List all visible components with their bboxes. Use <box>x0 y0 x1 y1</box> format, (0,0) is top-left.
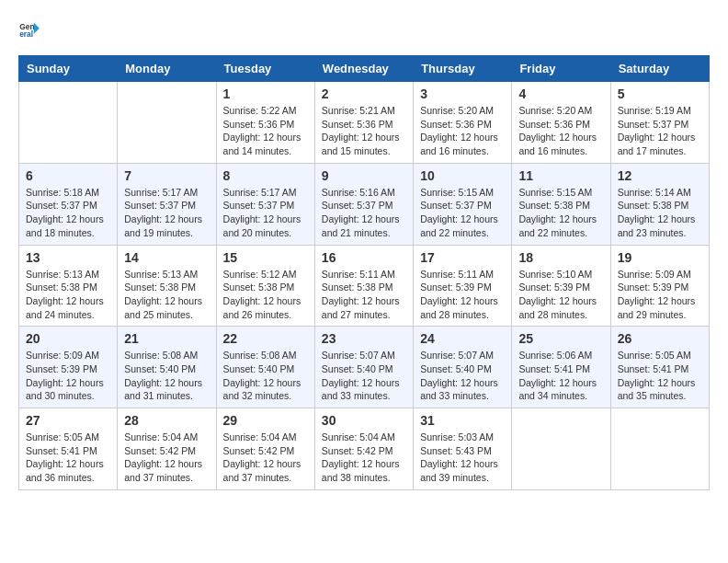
day-number: 24 <box>420 331 505 346</box>
day-number: 7 <box>124 168 209 183</box>
calendar-cell: 8Sunrise: 5:17 AMSunset: 5:37 PMDaylight… <box>216 163 314 245</box>
calendar-cell: 27Sunrise: 5:05 AMSunset: 5:41 PMDayligh… <box>19 408 118 490</box>
calendar-cell: 14Sunrise: 5:13 AMSunset: 5:38 PMDayligh… <box>118 245 216 327</box>
calendar-cell: 15Sunrise: 5:12 AMSunset: 5:38 PMDayligh… <box>216 245 314 327</box>
week-row-2: 6Sunrise: 5:18 AMSunset: 5:37 PMDaylight… <box>19 163 710 245</box>
calendar-cell: 4Sunrise: 5:20 AMSunset: 5:36 PMDaylight… <box>512 82 610 164</box>
calendar-cell: 18Sunrise: 5:10 AMSunset: 5:39 PMDayligh… <box>512 245 610 327</box>
calendar-table: SundayMondayTuesdayWednesdayThursdayFrid… <box>18 55 710 490</box>
day-info: Sunrise: 5:11 AMSunset: 5:39 PMDaylight:… <box>420 268 505 322</box>
day-number: 14 <box>124 250 209 265</box>
day-number: 29 <box>223 413 308 428</box>
day-info: Sunrise: 5:09 AMSunset: 5:39 PMDaylight:… <box>618 268 702 322</box>
calendar-cell: 13Sunrise: 5:13 AMSunset: 5:38 PMDayligh… <box>19 245 118 327</box>
day-info: Sunrise: 5:04 AMSunset: 5:42 PMDaylight:… <box>322 431 406 485</box>
calendar-cell: 19Sunrise: 5:09 AMSunset: 5:39 PMDayligh… <box>610 245 709 327</box>
day-info: Sunrise: 5:13 AMSunset: 5:38 PMDaylight:… <box>124 268 209 322</box>
logo: Gen eral <box>18 18 44 40</box>
day-info: Sunrise: 5:07 AMSunset: 5:40 PMDaylight:… <box>420 349 505 403</box>
calendar-cell: 22Sunrise: 5:08 AMSunset: 5:40 PMDayligh… <box>216 327 314 408</box>
header-day-saturday: Saturday <box>610 56 709 82</box>
calendar-cell: 30Sunrise: 5:04 AMSunset: 5:42 PMDayligh… <box>314 408 413 490</box>
calendar-cell: 28Sunrise: 5:04 AMSunset: 5:42 PMDayligh… <box>118 408 216 490</box>
calendar-cell: 25Sunrise: 5:06 AMSunset: 5:41 PMDayligh… <box>512 327 610 408</box>
day-number: 11 <box>518 168 603 183</box>
day-info: Sunrise: 5:03 AMSunset: 5:43 PMDaylight:… <box>420 431 505 485</box>
day-number: 17 <box>420 250 505 265</box>
calendar-cell: 7Sunrise: 5:17 AMSunset: 5:37 PMDaylight… <box>118 163 216 245</box>
day-number: 12 <box>618 168 702 183</box>
day-number: 30 <box>322 413 406 428</box>
calendar-cell: 5Sunrise: 5:19 AMSunset: 5:37 PMDaylight… <box>610 82 709 164</box>
calendar-cell: 26Sunrise: 5:05 AMSunset: 5:41 PMDayligh… <box>610 327 709 408</box>
day-number: 5 <box>618 86 702 101</box>
calendar-cell: 12Sunrise: 5:14 AMSunset: 5:38 PMDayligh… <box>610 163 709 245</box>
calendar-cell <box>610 408 709 490</box>
calendar-cell: 20Sunrise: 5:09 AMSunset: 5:39 PMDayligh… <box>19 327 118 408</box>
day-number: 26 <box>618 331 702 346</box>
calendar-cell: 29Sunrise: 5:04 AMSunset: 5:42 PMDayligh… <box>216 408 314 490</box>
calendar-cell: 1Sunrise: 5:22 AMSunset: 5:36 PMDaylight… <box>216 82 314 164</box>
day-number: 1 <box>223 86 308 101</box>
day-info: Sunrise: 5:22 AMSunset: 5:36 PMDaylight:… <box>223 104 308 158</box>
svg-marker-2 <box>34 23 40 34</box>
svg-text:eral: eral <box>19 29 33 39</box>
calendar-cell: 31Sunrise: 5:03 AMSunset: 5:43 PMDayligh… <box>414 408 512 490</box>
page-header: Gen eral <box>18 18 710 40</box>
day-info: Sunrise: 5:12 AMSunset: 5:38 PMDaylight:… <box>223 268 308 322</box>
calendar-cell: 24Sunrise: 5:07 AMSunset: 5:40 PMDayligh… <box>414 327 512 408</box>
header-day-thursday: Thursday <box>414 56 512 82</box>
header-day-tuesday: Tuesday <box>216 56 314 82</box>
header-day-monday: Monday <box>118 56 216 82</box>
day-info: Sunrise: 5:10 AMSunset: 5:39 PMDaylight:… <box>518 268 603 322</box>
calendar-cell: 2Sunrise: 5:21 AMSunset: 5:36 PMDaylight… <box>314 82 413 164</box>
calendar-cell: 11Sunrise: 5:15 AMSunset: 5:38 PMDayligh… <box>512 163 610 245</box>
day-info: Sunrise: 5:15 AMSunset: 5:38 PMDaylight:… <box>518 186 603 240</box>
day-info: Sunrise: 5:19 AMSunset: 5:37 PMDaylight:… <box>618 104 702 158</box>
day-info: Sunrise: 5:15 AMSunset: 5:37 PMDaylight:… <box>420 186 505 240</box>
day-number: 3 <box>420 86 505 101</box>
day-info: Sunrise: 5:05 AMSunset: 5:41 PMDaylight:… <box>618 349 702 403</box>
day-info: Sunrise: 5:17 AMSunset: 5:37 PMDaylight:… <box>223 186 308 240</box>
day-info: Sunrise: 5:13 AMSunset: 5:38 PMDaylight:… <box>26 268 110 322</box>
day-info: Sunrise: 5:14 AMSunset: 5:38 PMDaylight:… <box>618 186 702 240</box>
week-row-3: 13Sunrise: 5:13 AMSunset: 5:38 PMDayligh… <box>19 245 710 327</box>
day-info: Sunrise: 5:08 AMSunset: 5:40 PMDaylight:… <box>124 349 209 403</box>
day-info: Sunrise: 5:05 AMSunset: 5:41 PMDaylight:… <box>26 431 110 485</box>
day-info: Sunrise: 5:17 AMSunset: 5:37 PMDaylight:… <box>124 186 209 240</box>
header-day-sunday: Sunday <box>19 56 118 82</box>
day-info: Sunrise: 5:16 AMSunset: 5:37 PMDaylight:… <box>322 186 406 240</box>
calendar-cell <box>512 408 610 490</box>
calendar-cell: 21Sunrise: 5:08 AMSunset: 5:40 PMDayligh… <box>118 327 216 408</box>
day-number: 31 <box>420 413 505 428</box>
calendar-cell: 17Sunrise: 5:11 AMSunset: 5:39 PMDayligh… <box>414 245 512 327</box>
day-number: 27 <box>26 413 110 428</box>
day-number: 9 <box>322 168 406 183</box>
day-number: 21 <box>124 331 209 346</box>
day-number: 10 <box>420 168 505 183</box>
day-info: Sunrise: 5:11 AMSunset: 5:38 PMDaylight:… <box>322 268 406 322</box>
day-number: 22 <box>223 331 308 346</box>
day-info: Sunrise: 5:07 AMSunset: 5:40 PMDaylight:… <box>322 349 406 403</box>
week-row-4: 20Sunrise: 5:09 AMSunset: 5:39 PMDayligh… <box>19 327 710 408</box>
day-number: 18 <box>518 250 603 265</box>
day-info: Sunrise: 5:04 AMSunset: 5:42 PMDaylight:… <box>223 431 308 485</box>
day-number: 19 <box>618 250 702 265</box>
calendar-cell: 10Sunrise: 5:15 AMSunset: 5:37 PMDayligh… <box>414 163 512 245</box>
week-row-5: 27Sunrise: 5:05 AMSunset: 5:41 PMDayligh… <box>19 408 710 490</box>
day-number: 8 <box>223 168 308 183</box>
day-number: 15 <box>223 250 308 265</box>
day-info: Sunrise: 5:08 AMSunset: 5:40 PMDaylight:… <box>223 349 308 403</box>
day-number: 13 <box>26 250 110 265</box>
logo-icon: Gen eral <box>18 18 40 40</box>
day-number: 28 <box>124 413 209 428</box>
day-number: 25 <box>518 331 603 346</box>
calendar-cell: 6Sunrise: 5:18 AMSunset: 5:37 PMDaylight… <box>19 163 118 245</box>
day-info: Sunrise: 5:04 AMSunset: 5:42 PMDaylight:… <box>124 431 209 485</box>
calendar-cell: 16Sunrise: 5:11 AMSunset: 5:38 PMDayligh… <box>314 245 413 327</box>
calendar-cell: 3Sunrise: 5:20 AMSunset: 5:36 PMDaylight… <box>414 82 512 164</box>
day-number: 2 <box>322 86 406 101</box>
header-day-wednesday: Wednesday <box>314 56 413 82</box>
calendar-cell: 9Sunrise: 5:16 AMSunset: 5:37 PMDaylight… <box>314 163 413 245</box>
header-row: SundayMondayTuesdayWednesdayThursdayFrid… <box>19 56 710 82</box>
